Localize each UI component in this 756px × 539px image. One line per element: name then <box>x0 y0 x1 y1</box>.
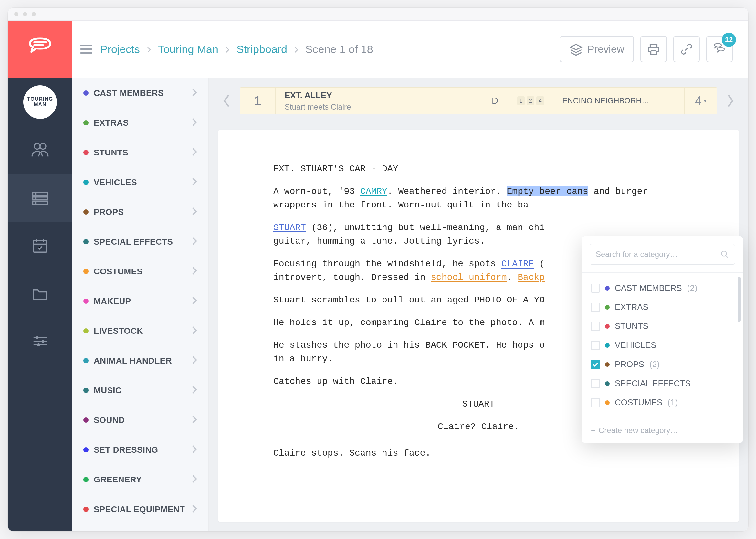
category-dot <box>83 447 89 452</box>
window-max-dot[interactable] <box>32 12 36 16</box>
popover-category-item[interactable]: SPECIAL EFFECTS <box>582 374 743 393</box>
chevron-right-icon <box>293 43 299 55</box>
popover-category-item[interactable]: COSTUMES (1) <box>582 393 743 412</box>
category-popover: CAST MEMBERS (2) EXTRAS STUNTS VEHICLES … <box>581 236 743 443</box>
category-dot <box>83 299 89 304</box>
popover-category-item[interactable]: STUNTS <box>582 317 743 336</box>
category-item[interactable]: MAKEUP <box>72 286 208 316</box>
category-item[interactable]: VEHICLES <box>72 167 208 197</box>
popover-category-item[interactable]: EXTRAS <box>582 298 743 317</box>
crumb-projects[interactable]: Projects <box>100 43 140 55</box>
nav-breakdown[interactable] <box>8 174 72 222</box>
crumb-project[interactable]: Touring Man <box>158 43 218 55</box>
nav-people[interactable] <box>8 126 72 174</box>
checkbox[interactable] <box>591 341 600 350</box>
print-button[interactable] <box>640 36 667 62</box>
category-label: PROPS <box>94 207 187 217</box>
prev-scene-button[interactable] <box>218 87 235 115</box>
category-item[interactable]: MUSIC <box>72 375 208 405</box>
category-item[interactable]: EXTRAS <box>72 108 208 138</box>
category-dot <box>83 239 89 244</box>
nav-calendar[interactable] <box>8 222 72 270</box>
category-item[interactable]: SOUND <box>72 405 208 435</box>
checkbox[interactable] <box>591 322 600 331</box>
category-label: CAST MEMBERS <box>94 88 187 98</box>
nav-settings[interactable] <box>8 317 72 365</box>
header-actions: Preview 12 <box>560 36 733 62</box>
search-input[interactable] <box>596 250 717 259</box>
chevron-right-icon <box>191 237 197 247</box>
category-count: (2) <box>687 283 698 293</box>
category-search[interactable] <box>590 244 735 265</box>
category-dot <box>83 388 89 393</box>
crumb-section[interactable]: Stripboard <box>237 43 287 55</box>
create-category-button[interactable]: + Create new category… <box>582 418 743 443</box>
folder-icon <box>31 285 49 302</box>
category-item[interactable]: CAST MEMBERS <box>72 78 208 108</box>
tag-cast[interactable]: CLAIRE <box>501 259 534 269</box>
script-paragraph: Claire stops. Scans his face. <box>273 447 684 460</box>
category-item[interactable]: COSTUMES <box>72 257 208 286</box>
scene-strip[interactable]: 1 EXT. ALLEY Stuart meets Claire. D 124 … <box>240 87 717 115</box>
category-item[interactable]: PROPS <box>72 197 208 227</box>
app-logo[interactable] <box>8 21 72 78</box>
active-project-button[interactable]: TOURING MAN <box>8 78 72 126</box>
people-icon <box>31 141 49 159</box>
sliders-icon <box>31 333 49 350</box>
checkbox[interactable] <box>591 303 600 312</box>
category-dot <box>605 305 610 310</box>
category-item[interactable]: LIVESTOCK <box>72 316 208 346</box>
link-button[interactable] <box>673 36 700 62</box>
chevron-right-icon <box>224 43 231 55</box>
left-rail: TOURING MAN <box>8 21 72 531</box>
category-dot <box>83 507 89 512</box>
chevron-right-icon <box>191 296 197 306</box>
tag-selected-prop[interactable]: Empty beer cans <box>507 187 588 196</box>
create-category-label: Create new category… <box>599 426 678 435</box>
category-item[interactable]: SET DRESSING <box>72 435 208 465</box>
window-min-dot[interactable] <box>23 12 27 16</box>
tag-costume[interactable]: Backp <box>518 272 545 282</box>
comments-button[interactable]: 12 <box>706 36 733 62</box>
next-scene-button[interactable] <box>722 87 738 115</box>
checkbox[interactable] <box>591 284 600 293</box>
popover-category-item[interactable]: VEHICLES <box>582 336 743 355</box>
category-item[interactable]: ANIMAL HANDLER <box>72 346 208 375</box>
category-dot <box>83 418 89 423</box>
category-label: SOUND <box>94 415 187 425</box>
scene-number: 1 <box>240 88 275 114</box>
category-dot <box>83 150 89 155</box>
character-chip: 1 <box>517 96 525 105</box>
scene-eighths[interactable]: 4 ▾ <box>685 88 717 114</box>
checkbox[interactable] <box>591 360 600 369</box>
category-item[interactable]: STUNTS <box>72 138 208 167</box>
popover-category-item[interactable]: PROPS (2) <box>582 355 743 374</box>
category-label: COSTUMES <box>94 267 187 276</box>
popover-category-item[interactable]: CAST MEMBERS (2) <box>582 278 743 298</box>
tag-cast[interactable]: STUART <box>273 223 306 233</box>
category-count: (1) <box>667 398 678 408</box>
chevron-right-icon <box>191 326 197 336</box>
checkbox[interactable] <box>591 398 600 407</box>
preview-button[interactable]: Preview <box>560 36 634 62</box>
category-item[interactable]: SPECIAL EFFECTS <box>72 227 208 257</box>
category-sidebar[interactable]: CAST MEMBERS EXTRAS STUNTS VEHICLES PROP… <box>72 78 209 531</box>
category-item[interactable]: GREENERY <box>72 465 208 495</box>
window-close-dot[interactable] <box>14 12 18 16</box>
tag-vehicle[interactable]: CAMRY <box>360 187 387 196</box>
category-label: MAKEUP <box>94 296 187 306</box>
category-item[interactable]: SPECIAL EQUIPMENT <box>72 495 208 524</box>
scene-characters: 124 <box>508 88 554 114</box>
menu-toggle[interactable] <box>80 44 92 54</box>
checkbox[interactable] <box>591 379 600 388</box>
chevron-right-icon <box>191 475 197 484</box>
category-popover-list[interactable]: CAST MEMBERS (2) EXTRAS STUNTS VEHICLES … <box>582 272 743 418</box>
tag-costume[interactable]: school uniform <box>431 272 506 282</box>
nav-files[interactable] <box>8 270 72 317</box>
category-label: SET DRESSING <box>94 445 187 455</box>
chevron-down-icon: ▾ <box>704 97 707 104</box>
breadcrumb: Projects Touring Man Stripboard Scene 1 … <box>100 43 373 55</box>
category-dot <box>83 328 89 334</box>
layers-icon <box>569 42 583 56</box>
search-icon <box>720 250 729 259</box>
